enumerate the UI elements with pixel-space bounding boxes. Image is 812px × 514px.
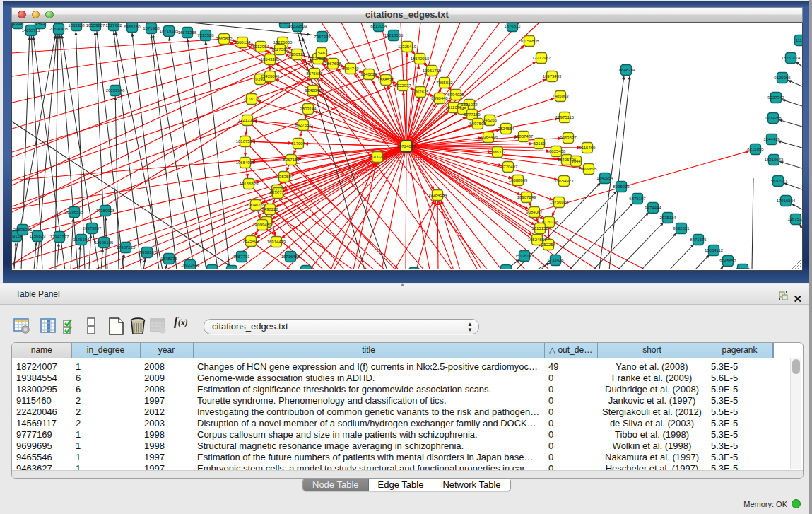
- svg-text:8938923: 8938923: [613, 185, 630, 189]
- svg-text:8322037: 8322037: [394, 83, 411, 88]
- svg-text:8427552: 8427552: [295, 123, 312, 127]
- svg-text:7955812: 7955812: [436, 81, 453, 85]
- svg-text:13226058: 13226058: [273, 40, 293, 45]
- svg-text:2867608: 2867608: [324, 62, 341, 66]
- svg-text:8990448: 8990448: [431, 96, 448, 100]
- svg-text:1071918: 1071918: [143, 26, 160, 30]
- svg-text:1209358: 1209358: [765, 116, 782, 120]
- svg-text:14055712: 14055712: [22, 28, 41, 33]
- svg-text:7515526: 7515526: [197, 33, 214, 37]
- svg-text:20206575: 20206575: [65, 210, 84, 214]
- svg-text:1615152: 1615152: [531, 226, 548, 230]
- svg-text:20364436: 20364436: [479, 135, 498, 139]
- svg-text:10025458: 10025458: [547, 149, 566, 153]
- svg-text:109234: 109234: [205, 268, 220, 269]
- svg-text:1640954: 1640954: [596, 176, 613, 180]
- svg-text:6879197: 6879197: [629, 197, 646, 201]
- svg-text:11353594: 11353594: [275, 175, 294, 179]
- svg-text:10543382: 10543382: [261, 57, 280, 62]
- svg-text:7357224: 7357224: [314, 35, 331, 39]
- svg-text:2718176: 2718176: [243, 97, 260, 101]
- svg-text:14099489: 14099489: [253, 223, 272, 227]
- svg-text:17016504: 17016504: [777, 199, 796, 203]
- svg-text:20975867: 20975867: [83, 226, 102, 230]
- svg-text:1117: 1117: [796, 38, 802, 42]
- svg-text:10958107: 10958107: [138, 250, 157, 255]
- svg-text:3824554: 3824554: [498, 127, 514, 131]
- svg-text:10973493: 10973493: [543, 74, 562, 78]
- svg-text:8471676: 8471676: [690, 238, 707, 242]
- svg-text:8186328: 8186328: [288, 52, 305, 57]
- svg-text:9115460: 9115460: [579, 146, 596, 150]
- svg-text:1876812: 1876812: [504, 24, 521, 28]
- svg-text:22420046: 22420046: [261, 74, 280, 78]
- svg-text:15136141: 15136141: [515, 254, 534, 258]
- svg-text:19756928: 19756928: [550, 200, 569, 204]
- svg-text:1588520: 1588520: [377, 78, 394, 82]
- svg-text:9644: 9644: [571, 159, 581, 163]
- svg-text:3498222: 3498222: [261, 207, 278, 211]
- svg-text:7485063: 7485063: [552, 94, 569, 98]
- svg-text:10154808: 10154808: [520, 39, 539, 43]
- svg-text:1055328: 1055328: [68, 23, 85, 28]
- svg-text:9827500: 9827500: [271, 47, 288, 52]
- svg-text:9777169: 9777169: [464, 112, 481, 117]
- svg-text:98577: 98577: [226, 269, 238, 269]
- svg-text:16210643: 16210643: [765, 158, 784, 162]
- svg-text:1167533: 1167533: [788, 217, 802, 221]
- svg-text:345: 345: [459, 107, 467, 111]
- svg-text:12213967: 12213967: [532, 56, 551, 60]
- svg-text:20053346: 20053346: [106, 88, 125, 93]
- svg-text:10961758: 10961758: [423, 69, 442, 73]
- svg-text:19654925: 19654925: [236, 160, 255, 165]
- svg-text:252254: 252254: [541, 243, 556, 247]
- svg-text:9699695: 9699695: [580, 167, 597, 171]
- svg-text:19654923: 19654923: [555, 179, 574, 183]
- svg-text:6466160: 6466160: [124, 25, 141, 29]
- svg-text:9227342: 9227342: [767, 95, 784, 100]
- svg-text:18724007: 18724007: [397, 144, 416, 148]
- svg-text:9146821: 9146821: [360, 72, 377, 76]
- svg-text:1244419: 1244419: [763, 137, 780, 141]
- svg-text:15692971: 15692971: [769, 179, 788, 183]
- svg-text:1678275: 1678275: [160, 257, 177, 261]
- svg-text:19166829: 19166829: [240, 182, 259, 186]
- svg-text:12213369: 12213369: [238, 118, 257, 122]
- svg-text:9327505: 9327505: [310, 57, 326, 61]
- svg-text:546: 546: [318, 51, 326, 55]
- svg-text:10807487: 10807487: [514, 134, 534, 139]
- svg-text:8813054: 8813054: [370, 24, 387, 28]
- svg-text:10719185: 10719185: [160, 29, 179, 33]
- svg-text:9857791: 9857791: [233, 255, 250, 259]
- svg-text:2935114: 2935114: [660, 216, 677, 220]
- svg-text:10654112: 10654112: [705, 248, 724, 252]
- svg-text:8675685: 8675685: [306, 71, 323, 76]
- svg-text:18300295: 18300295: [368, 155, 387, 159]
- svg-text:1405: 1405: [35, 23, 45, 25]
- svg-text:2069: 2069: [13, 23, 23, 25]
- svg-text:9245652: 9245652: [719, 259, 736, 263]
- svg-text:16914479: 16914479: [267, 240, 286, 244]
- svg-text:26535051: 26535051: [13, 228, 33, 232]
- svg-text:10648784: 10648784: [617, 68, 636, 72]
- svg-text:9129966: 9129966: [774, 76, 791, 80]
- svg-text:9660124: 9660124: [234, 40, 251, 45]
- svg-text:17359928: 17359928: [96, 209, 115, 213]
- svg-text:12505135: 12505135: [95, 240, 114, 245]
- svg-text:9242848: 9242848: [305, 88, 322, 93]
- svg-text:10923446: 10923446: [181, 263, 200, 267]
- svg-text:1733426: 1733426: [547, 258, 564, 262]
- svg-text:20691406: 20691406: [49, 27, 69, 31]
- svg-text:8454749: 8454749: [342, 66, 359, 71]
- svg-text:16033809: 16033809: [288, 24, 307, 28]
- svg-text:19384554: 19384554: [428, 193, 447, 197]
- svg-text:39154: 39154: [12, 234, 23, 238]
- svg-text:18907249: 18907249: [517, 195, 536, 199]
- svg-text:924565: 924565: [736, 267, 751, 269]
- svg-text:8267150: 8267150: [283, 158, 300, 162]
- svg-text:15720407: 15720407: [499, 165, 518, 169]
- svg-text:9463627: 9463627: [560, 136, 577, 140]
- svg-text:9632621: 9632621: [673, 226, 690, 230]
- svg-text:10107554: 10107554: [236, 139, 255, 144]
- svg-text:15751074: 15751074: [782, 56, 801, 60]
